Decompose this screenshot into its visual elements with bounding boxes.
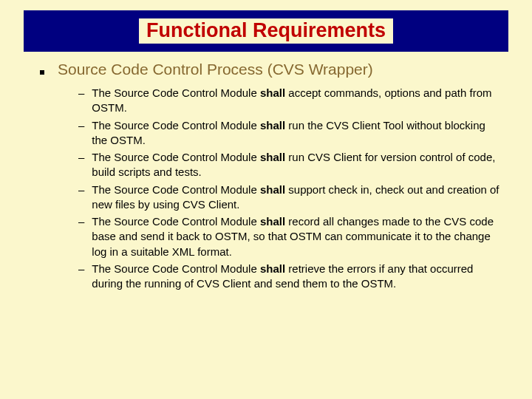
content-area: Source Code Control Process (CVS Wrapper… (40, 61, 502, 293)
main-bullet: Source Code Control Process (CVS Wrapper… (40, 61, 502, 78)
dash-icon: – (78, 118, 84, 149)
list-item: –The Source Code Control Module shall re… (78, 262, 502, 292)
list-item: –The Source Code Control Module shall ac… (78, 86, 502, 116)
list-item: –The Source Code Control Module shall re… (78, 214, 502, 259)
bullet-dot-icon (40, 70, 44, 75)
list-item: –The Source Code Control Module shall ru… (78, 118, 502, 149)
dash-icon: – (78, 214, 84, 259)
list-item-text: The Source Code Control Module shall acc… (92, 86, 502, 116)
slide-title: Functional Requirements (139, 18, 393, 44)
dash-icon: – (78, 262, 84, 292)
list-item: –The Source Code Control Module shall ru… (78, 150, 502, 180)
dash-icon: – (78, 183, 84, 213)
list-item: –The Source Code Control Module shall su… (78, 183, 502, 213)
list-item-text: The Source Code Control Module shall ret… (92, 262, 502, 292)
dash-icon: – (78, 86, 84, 116)
list-item-text: The Source Code Control Module shall rec… (92, 214, 502, 259)
dash-icon: – (78, 150, 84, 180)
list-item-text: The Source Code Control Module shall run… (92, 118, 502, 149)
list-item-text: The Source Code Control Module shall run… (92, 150, 502, 180)
title-bar: Functional Requirements (24, 10, 508, 52)
list-item-text: The Source Code Control Module shall sup… (92, 183, 502, 213)
main-heading: Source Code Control Process (CVS Wrapper… (58, 61, 373, 78)
sub-list: –The Source Code Control Module shall ac… (78, 86, 502, 291)
